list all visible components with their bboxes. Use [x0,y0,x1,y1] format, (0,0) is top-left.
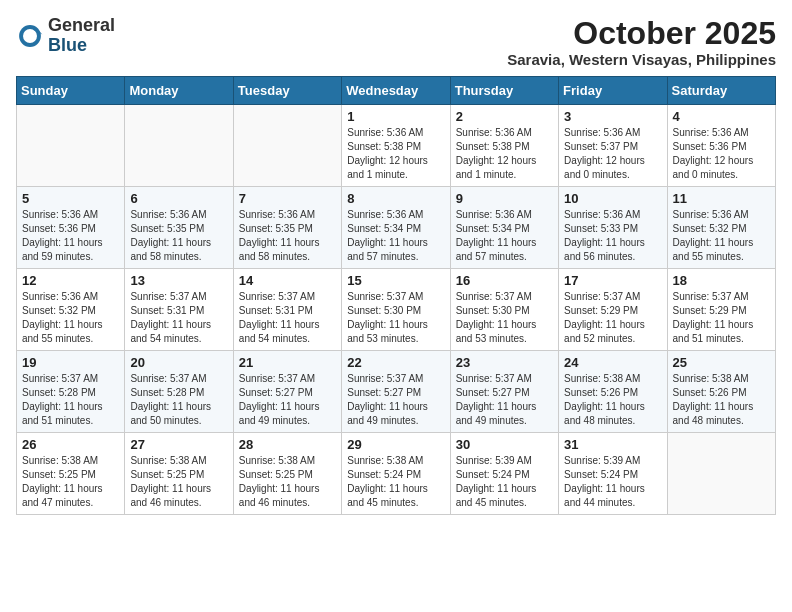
day-number: 18 [673,273,770,288]
day-number: 6 [130,191,227,206]
day-info: Sunrise: 5:38 AM Sunset: 5:24 PM Dayligh… [347,454,444,510]
day-info: Sunrise: 5:37 AM Sunset: 5:29 PM Dayligh… [564,290,661,346]
day-number: 15 [347,273,444,288]
day-number: 19 [22,355,119,370]
day-info: Sunrise: 5:37 AM Sunset: 5:27 PM Dayligh… [239,372,336,428]
day-number: 13 [130,273,227,288]
calendar-cell [17,105,125,187]
logo-blue: Blue [48,36,115,56]
day-info: Sunrise: 5:36 AM Sunset: 5:33 PM Dayligh… [564,208,661,264]
calendar-cell [233,105,341,187]
calendar-cell: 17Sunrise: 5:37 AM Sunset: 5:29 PM Dayli… [559,269,667,351]
day-info: Sunrise: 5:36 AM Sunset: 5:38 PM Dayligh… [456,126,553,182]
day-info: Sunrise: 5:37 AM Sunset: 5:31 PM Dayligh… [239,290,336,346]
day-info: Sunrise: 5:39 AM Sunset: 5:24 PM Dayligh… [456,454,553,510]
calendar-cell: 7Sunrise: 5:36 AM Sunset: 5:35 PM Daylig… [233,187,341,269]
day-number: 23 [456,355,553,370]
col-header-saturday: Saturday [667,77,775,105]
day-info: Sunrise: 5:37 AM Sunset: 5:28 PM Dayligh… [22,372,119,428]
page-header: General Blue October 2025 Saravia, Weste… [16,16,776,68]
day-number: 10 [564,191,661,206]
day-info: Sunrise: 5:36 AM Sunset: 5:34 PM Dayligh… [456,208,553,264]
day-number: 1 [347,109,444,124]
day-number: 7 [239,191,336,206]
day-number: 24 [564,355,661,370]
day-info: Sunrise: 5:36 AM Sunset: 5:34 PM Dayligh… [347,208,444,264]
calendar-cell: 16Sunrise: 5:37 AM Sunset: 5:30 PM Dayli… [450,269,558,351]
col-header-sunday: Sunday [17,77,125,105]
calendar-cell: 8Sunrise: 5:36 AM Sunset: 5:34 PM Daylig… [342,187,450,269]
calendar-week-row: 12Sunrise: 5:36 AM Sunset: 5:32 PM Dayli… [17,269,776,351]
calendar: SundayMondayTuesdayWednesdayThursdayFrid… [16,76,776,515]
calendar-cell: 13Sunrise: 5:37 AM Sunset: 5:31 PM Dayli… [125,269,233,351]
col-header-tuesday: Tuesday [233,77,341,105]
calendar-week-row: 19Sunrise: 5:37 AM Sunset: 5:28 PM Dayli… [17,351,776,433]
day-info: Sunrise: 5:37 AM Sunset: 5:28 PM Dayligh… [130,372,227,428]
day-number: 2 [456,109,553,124]
calendar-cell: 28Sunrise: 5:38 AM Sunset: 5:25 PM Dayli… [233,433,341,515]
day-info: Sunrise: 5:38 AM Sunset: 5:25 PM Dayligh… [22,454,119,510]
day-number: 28 [239,437,336,452]
day-info: Sunrise: 5:37 AM Sunset: 5:27 PM Dayligh… [347,372,444,428]
day-number: 16 [456,273,553,288]
day-info: Sunrise: 5:38 AM Sunset: 5:26 PM Dayligh… [673,372,770,428]
calendar-cell: 12Sunrise: 5:36 AM Sunset: 5:32 PM Dayli… [17,269,125,351]
day-info: Sunrise: 5:36 AM Sunset: 5:32 PM Dayligh… [673,208,770,264]
logo: General Blue [16,16,115,56]
calendar-cell: 31Sunrise: 5:39 AM Sunset: 5:24 PM Dayli… [559,433,667,515]
day-number: 25 [673,355,770,370]
day-number: 20 [130,355,227,370]
day-info: Sunrise: 5:36 AM Sunset: 5:38 PM Dayligh… [347,126,444,182]
calendar-cell: 10Sunrise: 5:36 AM Sunset: 5:33 PM Dayli… [559,187,667,269]
logo-text: General Blue [48,16,115,56]
col-header-monday: Monday [125,77,233,105]
day-number: 14 [239,273,336,288]
calendar-cell [125,105,233,187]
calendar-cell: 20Sunrise: 5:37 AM Sunset: 5:28 PM Dayli… [125,351,233,433]
day-number: 30 [456,437,553,452]
day-number: 11 [673,191,770,206]
calendar-cell: 15Sunrise: 5:37 AM Sunset: 5:30 PM Dayli… [342,269,450,351]
day-info: Sunrise: 5:36 AM Sunset: 5:35 PM Dayligh… [130,208,227,264]
calendar-cell: 18Sunrise: 5:37 AM Sunset: 5:29 PM Dayli… [667,269,775,351]
day-number: 22 [347,355,444,370]
logo-general: General [48,16,115,36]
day-number: 27 [130,437,227,452]
calendar-cell: 19Sunrise: 5:37 AM Sunset: 5:28 PM Dayli… [17,351,125,433]
col-header-thursday: Thursday [450,77,558,105]
calendar-cell: 1Sunrise: 5:36 AM Sunset: 5:38 PM Daylig… [342,105,450,187]
logo-icon [16,22,44,50]
calendar-cell: 29Sunrise: 5:38 AM Sunset: 5:24 PM Dayli… [342,433,450,515]
calendar-cell: 6Sunrise: 5:36 AM Sunset: 5:35 PM Daylig… [125,187,233,269]
col-header-friday: Friday [559,77,667,105]
month-title: October 2025 [507,16,776,51]
day-info: Sunrise: 5:36 AM Sunset: 5:35 PM Dayligh… [239,208,336,264]
title-area: October 2025 Saravia, Western Visayas, P… [507,16,776,68]
day-info: Sunrise: 5:39 AM Sunset: 5:24 PM Dayligh… [564,454,661,510]
day-info: Sunrise: 5:37 AM Sunset: 5:30 PM Dayligh… [456,290,553,346]
svg-point-1 [23,29,37,43]
day-info: Sunrise: 5:37 AM Sunset: 5:27 PM Dayligh… [456,372,553,428]
day-info: Sunrise: 5:36 AM Sunset: 5:37 PM Dayligh… [564,126,661,182]
calendar-week-row: 1Sunrise: 5:36 AM Sunset: 5:38 PM Daylig… [17,105,776,187]
day-number: 9 [456,191,553,206]
calendar-cell: 27Sunrise: 5:38 AM Sunset: 5:25 PM Dayli… [125,433,233,515]
calendar-cell: 2Sunrise: 5:36 AM Sunset: 5:38 PM Daylig… [450,105,558,187]
day-info: Sunrise: 5:38 AM Sunset: 5:25 PM Dayligh… [130,454,227,510]
day-info: Sunrise: 5:37 AM Sunset: 5:30 PM Dayligh… [347,290,444,346]
day-number: 3 [564,109,661,124]
calendar-cell: 9Sunrise: 5:36 AM Sunset: 5:34 PM Daylig… [450,187,558,269]
calendar-cell [667,433,775,515]
day-info: Sunrise: 5:38 AM Sunset: 5:26 PM Dayligh… [564,372,661,428]
calendar-week-row: 26Sunrise: 5:38 AM Sunset: 5:25 PM Dayli… [17,433,776,515]
day-number: 26 [22,437,119,452]
calendar-header-row: SundayMondayTuesdayWednesdayThursdayFrid… [17,77,776,105]
calendar-cell: 4Sunrise: 5:36 AM Sunset: 5:36 PM Daylig… [667,105,775,187]
day-info: Sunrise: 5:36 AM Sunset: 5:36 PM Dayligh… [673,126,770,182]
calendar-cell: 3Sunrise: 5:36 AM Sunset: 5:37 PM Daylig… [559,105,667,187]
calendar-cell: 21Sunrise: 5:37 AM Sunset: 5:27 PM Dayli… [233,351,341,433]
day-info: Sunrise: 5:37 AM Sunset: 5:31 PM Dayligh… [130,290,227,346]
calendar-cell: 22Sunrise: 5:37 AM Sunset: 5:27 PM Dayli… [342,351,450,433]
calendar-cell: 26Sunrise: 5:38 AM Sunset: 5:25 PM Dayli… [17,433,125,515]
calendar-cell: 30Sunrise: 5:39 AM Sunset: 5:24 PM Dayli… [450,433,558,515]
